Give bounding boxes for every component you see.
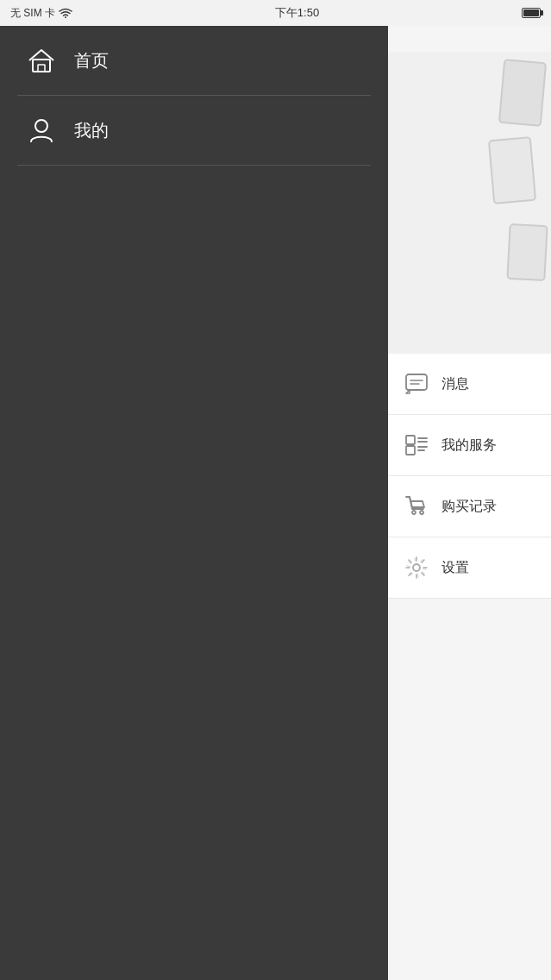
deco-shape-3: [506, 223, 548, 281]
status-bar: 无 SIM 卡 下午1:50: [0, 0, 551, 26]
svg-point-3: [35, 120, 47, 132]
svg-rect-10: [406, 436, 415, 444]
svg-point-0: [65, 16, 66, 18]
menu-item-settings-label: 设置: [441, 559, 469, 577]
user-icon: [26, 115, 57, 146]
menu-item-message[interactable]: 消息: [388, 354, 551, 415]
drawer-item-home-label: 首页: [74, 49, 109, 72]
svg-point-18: [413, 564, 420, 571]
drawer-separator-2: [17, 165, 371, 166]
svg-rect-11: [406, 446, 415, 455]
svg-point-16: [412, 511, 416, 514]
status-right: [522, 8, 541, 18]
drawer-item-mine[interactable]: 我的: [0, 96, 388, 165]
menu-item-settings[interactable]: 设置: [388, 537, 551, 599]
top-content-area: [388, 52, 551, 354]
message-icon: [404, 371, 429, 397]
menu-item-service[interactable]: 我的服务: [388, 415, 551, 476]
drawer-item-mine-label: 我的: [74, 119, 109, 142]
svg-point-17: [420, 511, 423, 514]
menu-item-service-label: 我的服务: [441, 437, 497, 455]
drawer: 首页 我的: [0, 0, 388, 980]
wifi-icon: [59, 8, 72, 18]
drawer-item-home[interactable]: 首页: [0, 26, 388, 95]
deco-shape-1: [498, 59, 547, 127]
battery-icon: [522, 8, 541, 18]
deco-shape-2: [488, 136, 536, 204]
svg-rect-7: [406, 374, 427, 390]
right-panel: 消息 我的服务: [388, 0, 551, 980]
status-time: 下午1:50: [275, 5, 319, 21]
menu-item-purchase[interactable]: 购买记录: [388, 476, 551, 537]
svg-rect-1: [33, 60, 50, 72]
menu-item-message-label: 消息: [441, 375, 469, 393]
svg-rect-2: [38, 65, 45, 72]
signal-text: 无 SIM 卡: [10, 6, 55, 21]
gear-icon: [404, 555, 429, 581]
cart-icon: [404, 493, 429, 519]
right-menu: 消息 我的服务: [388, 354, 551, 980]
service-icon: [404, 432, 429, 458]
home-icon: [26, 45, 57, 76]
menu-item-purchase-label: 购买记录: [441, 498, 497, 516]
status-left: 无 SIM 卡: [10, 6, 72, 21]
